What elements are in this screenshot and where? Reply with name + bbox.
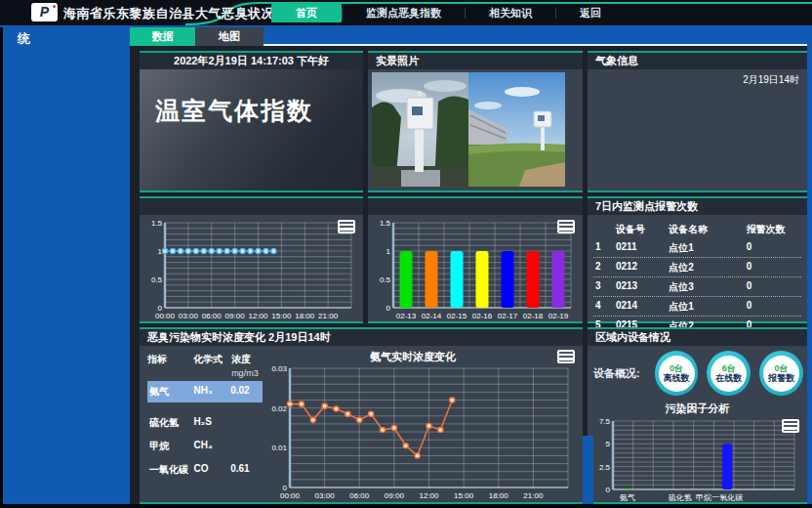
left-sidebar: 统 xyxy=(0,27,130,504)
greenhouse-index-title: 温室气体指数 xyxy=(140,69,363,127)
devices-panel: 区域内设备情况 设备概况: 0台 离线数 6台 在线数 0台 报警数 xyxy=(588,327,807,504)
svg-text:02-18: 02-18 xyxy=(523,312,544,320)
device-overview-row: 设备概况: 0台 离线数 6台 在线数 0台 报警数 xyxy=(593,351,803,396)
alarm-count-badge: 0台 报警数 xyxy=(759,351,803,396)
svg-text:1: 1 xyxy=(386,247,391,256)
svg-text:7.5: 7.5 xyxy=(599,417,611,426)
col-device-name: 设备名称 xyxy=(669,223,746,236)
svg-text:00:00: 00:00 xyxy=(280,491,301,500)
tab-map[interactable]: 地图 xyxy=(195,27,264,46)
dashboard-screen: P 海南省乐东黎族自治县大气恶臭状况实时发布系 首页 监测点恶臭指数 相关知识 … xyxy=(0,0,812,508)
alarm-table-row: 20212点位20 xyxy=(593,258,801,277)
daily-odor-index-chart: 00.511.502-1302-1402-1502-1602-1702-1802… xyxy=(370,217,580,320)
offline-count-badge: 0台 离线数 xyxy=(655,351,699,396)
bottom-edge-strip xyxy=(0,504,812,508)
weather-time: 2月19日14时 xyxy=(743,73,799,87)
datetime-header: 2022年2月19日 14:17:03 下午好 xyxy=(140,53,363,69)
svg-text:0.02: 0.02 xyxy=(271,404,287,413)
svg-text:硫化氢: 硫化氢 xyxy=(669,493,692,502)
svg-text:0: 0 xyxy=(606,486,611,494)
svg-text:0.01: 0.01 xyxy=(271,444,287,452)
greeting-body: 温室气体指数 xyxy=(140,69,363,190)
alarm-table-header: 设备号 设备名称 报警次数 xyxy=(593,220,801,238)
svg-text:1.5: 1.5 xyxy=(380,219,391,228)
weather-panel: 气象信息 2月19日14时 xyxy=(588,51,807,192)
chart-menu-icon[interactable] xyxy=(557,220,575,233)
alarm-table-row: 10211点位10 xyxy=(593,238,801,258)
photos-panel-title: 实景照片 xyxy=(368,53,583,69)
svg-text:06:00: 06:00 xyxy=(349,491,370,500)
site-photo-dusk xyxy=(372,72,468,187)
alarm-table-title: 7日内监测点报警次数 xyxy=(588,198,807,215)
nh3-realtime-chart: 00.010.020.0300:0003:0006:0009:0012:0015… xyxy=(263,362,577,500)
daily-index-header xyxy=(368,198,583,215)
pollutants-panel-title: 恶臭污染物实时浓度变化 2月19日14时 xyxy=(140,329,583,346)
top-bar: P 海南省乐东黎族自治县大气恶臭状况实时发布系 首页 监测点恶臭指数 相关知识 … xyxy=(0,0,812,25)
pollutant-unit-row: mg/m3 xyxy=(147,368,263,378)
chart-menu-icon[interactable] xyxy=(338,220,355,233)
svg-text:02-19: 02-19 xyxy=(548,312,569,320)
photo-row xyxy=(372,72,565,187)
daily-index-panel: 00.511.502-1302-1402-1502-1602-1702-1802… xyxy=(368,196,583,323)
svg-text:09:00: 09:00 xyxy=(385,491,405,500)
site-photo-day xyxy=(468,72,565,187)
tab-data[interactable]: 数据 xyxy=(130,27,195,46)
svg-text:03:00: 03:00 xyxy=(315,491,336,500)
alarm-table-panel: 7日内监测点报警次数 设备号 设备名称 报警次数 10211点位1020212点… xyxy=(588,196,807,323)
svg-text:0.03: 0.03 xyxy=(271,364,287,373)
svg-text:02-16: 02-16 xyxy=(472,312,493,320)
nav-item-knowledge[interactable]: 相关知识 xyxy=(466,4,555,22)
view-tabs: 数据 地图 xyxy=(130,27,807,46)
greeting-panel: 2022年2月19日 14:17:03 下午好 温室气体指数 xyxy=(140,51,363,192)
svg-text:12:00: 12:00 xyxy=(248,312,268,320)
pollution-factor-chart: 02.557.5氨气硫化氢甲烷一氧化碳 xyxy=(591,415,803,502)
chart-menu-icon[interactable] xyxy=(782,419,799,433)
pollutant-row[interactable]: 甲烷CH₄ xyxy=(147,436,263,457)
svg-text:21:00: 21:00 xyxy=(523,491,544,500)
app-logo-icon: P xyxy=(31,3,58,21)
pollutants-panel: 恶臭污染物实时浓度变化 2月19日14时 指标 化学式 浓度 mg/m3 氨气N… xyxy=(140,327,583,504)
svg-text:0.5: 0.5 xyxy=(380,275,391,284)
col-device-id: 设备号 xyxy=(616,223,669,236)
greenhouse-index-chart: 00.511.500:0003:0006:0009:0012:0015:0018… xyxy=(142,217,360,320)
svg-text:12:00: 12:00 xyxy=(419,491,439,500)
online-count-badge: 6台 在线数 xyxy=(707,351,751,396)
panel-gap-strip xyxy=(583,436,593,504)
app-title-wrap: 统 xyxy=(3,27,130,48)
alarm-table-row: 30213点位30 xyxy=(593,277,801,297)
greenhouse-chart-panel: 00.511.500:0003:0006:0009:0012:0015:0018… xyxy=(140,196,363,323)
chart-menu-icon[interactable] xyxy=(557,350,575,363)
pollutant-table-body: 氨气NH₃0.02硫化氢H₂S甲烷CH₄一氧化碳CO0.61 xyxy=(147,381,263,481)
svg-text:一氧化碳: 一氧化碳 xyxy=(711,493,743,502)
pollutant-row[interactable]: 氨气NH₃0.02 xyxy=(147,381,263,402)
svg-text:0.5: 0.5 xyxy=(151,275,163,284)
main-nav: 首页 监测点恶臭指数 相关知识 返回 xyxy=(271,4,625,22)
svg-text:02-13: 02-13 xyxy=(396,312,417,320)
greenhouse-chart-header xyxy=(140,198,363,215)
svg-text:1.5: 1.5 xyxy=(151,219,163,228)
photos-panel: 实景照片 xyxy=(368,51,583,192)
tabrow-filler xyxy=(264,27,807,46)
svg-text:21:00: 21:00 xyxy=(318,312,339,320)
svg-text:15:00: 15:00 xyxy=(271,312,292,320)
device-overview-label: 设备概况: xyxy=(593,366,640,381)
weather-panel-title: 气象信息 xyxy=(588,53,807,69)
pollutant-row[interactable]: 硫化氢H₂S xyxy=(147,412,263,434)
devices-panel-title: 区域内设备情况 xyxy=(588,329,807,346)
svg-text:2.5: 2.5 xyxy=(599,463,611,472)
svg-text:甲烷: 甲烷 xyxy=(696,493,711,502)
svg-text:09:00: 09:00 xyxy=(225,312,246,320)
svg-text:0: 0 xyxy=(386,304,391,313)
col-alarm-count: 报警次数 xyxy=(747,223,799,236)
svg-text:00:00: 00:00 xyxy=(155,312,176,320)
pollutant-table-header: 指标 化学式 浓度 xyxy=(147,353,263,366)
nav-item-odor-index[interactable]: 监测点恶臭指数 xyxy=(343,4,465,22)
svg-text:03:00: 03:00 xyxy=(179,312,199,320)
svg-text:18:00: 18:00 xyxy=(489,491,509,500)
svg-text:02-14: 02-14 xyxy=(422,312,442,320)
factor-chart-title: 污染因子分析 xyxy=(588,402,807,416)
svg-text:18:00: 18:00 xyxy=(295,312,315,320)
nav-item-back[interactable]: 返回 xyxy=(556,4,625,22)
nav-item-home[interactable]: 首页 xyxy=(271,4,342,22)
pollutant-row[interactable]: 一氧化碳CO0.61 xyxy=(147,459,263,481)
